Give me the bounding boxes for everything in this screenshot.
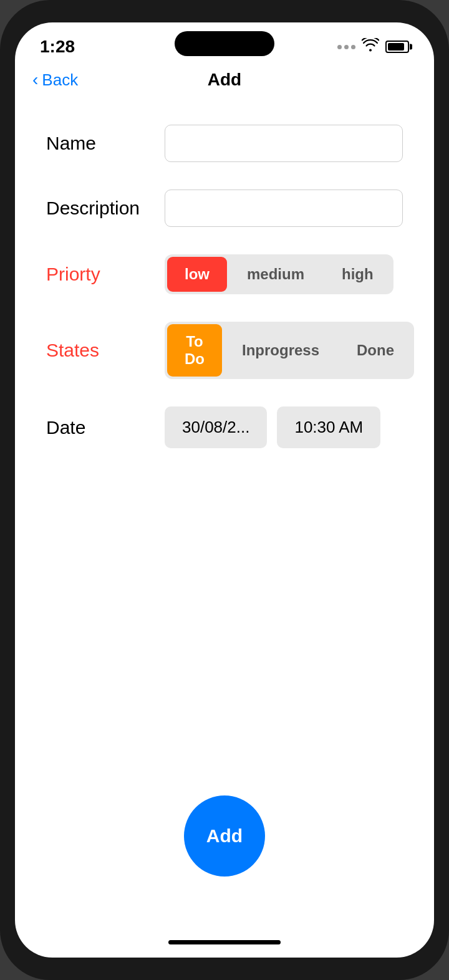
priority-medium-btn[interactable]: medium bbox=[229, 257, 322, 292]
form-content: Name Description Priorty low medium high… bbox=[15, 100, 434, 926]
date-picker-btn[interactable]: 30/08/2... bbox=[165, 406, 267, 448]
status-bar: 1:28 bbox=[15, 22, 434, 60]
page-title: Add bbox=[208, 70, 241, 90]
state-todo-btn[interactable]: To Do bbox=[167, 324, 222, 377]
back-button[interactable]: ‹ Back bbox=[32, 70, 78, 90]
states-label: States bbox=[46, 340, 165, 361]
signal-dots bbox=[337, 45, 355, 49]
home-bar bbox=[168, 940, 281, 944]
home-indicator bbox=[15, 926, 434, 958]
status-icons bbox=[337, 38, 409, 55]
priority-label: Priorty bbox=[46, 264, 165, 285]
phone-frame: 1:28 bbox=[0, 0, 449, 980]
priority-segment: low medium high bbox=[165, 254, 393, 294]
priority-high-btn[interactable]: high bbox=[324, 257, 391, 292]
phone-screen: 1:28 bbox=[15, 22, 434, 958]
back-chevron-icon: ‹ bbox=[32, 71, 38, 89]
time-picker-btn[interactable]: 10:30 AM bbox=[277, 406, 380, 448]
wifi-icon bbox=[362, 38, 379, 55]
state-inprogress-btn[interactable]: Inprogress bbox=[224, 324, 337, 377]
states-row: States To Do Inprogress Done bbox=[46, 322, 403, 379]
date-label: Date bbox=[46, 417, 165, 438]
priority-row: Priorty low medium high bbox=[46, 254, 403, 294]
date-row: Date 30/08/2... 10:30 AM bbox=[46, 406, 403, 448]
nav-bar: ‹ Back Add bbox=[15, 60, 434, 100]
name-label: Name bbox=[46, 133, 165, 154]
status-time: 1:28 bbox=[40, 37, 75, 57]
add-button[interactable]: Add bbox=[184, 795, 265, 877]
battery-icon bbox=[385, 41, 409, 53]
battery-fill bbox=[388, 43, 404, 50]
dynamic-island bbox=[175, 31, 274, 56]
name-input[interactable] bbox=[165, 125, 403, 162]
back-label: Back bbox=[42, 70, 78, 90]
name-row: Name bbox=[46, 125, 403, 162]
dot-1 bbox=[337, 45, 342, 49]
state-done-btn[interactable]: Done bbox=[339, 324, 412, 377]
states-segment: To Do Inprogress Done bbox=[165, 322, 414, 379]
dot-2 bbox=[344, 45, 349, 49]
priority-low-btn[interactable]: low bbox=[167, 257, 227, 292]
add-button-container: Add bbox=[46, 795, 403, 901]
description-label: Description bbox=[46, 198, 165, 219]
description-row: Description bbox=[46, 190, 403, 227]
dot-3 bbox=[351, 45, 355, 49]
description-input[interactable] bbox=[165, 190, 403, 227]
